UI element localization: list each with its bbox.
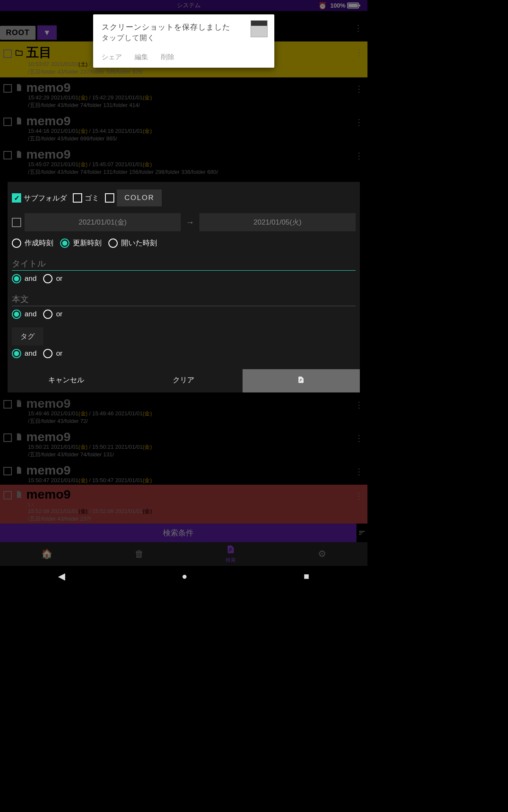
item-menu[interactable]: ⋮ bbox=[355, 47, 363, 58]
created-radio[interactable] bbox=[12, 239, 21, 248]
item-path: /五目/folder 43/folder 237/folder 586/fold… bbox=[3, 68, 367, 77]
root-button[interactable]: ROOT bbox=[0, 26, 36, 40]
body-and-radio[interactable] bbox=[12, 310, 21, 319]
item-title: 五目 bbox=[26, 44, 52, 61]
created-label: 作成時刻 bbox=[25, 238, 53, 248]
item-times: 15:42:29 2021/01/01(金) / 15:42:29 2021/0… bbox=[3, 94, 367, 102]
title-input[interactable] bbox=[12, 255, 356, 271]
alarm-icon: ⏰ bbox=[318, 2, 327, 10]
body-or-radio[interactable] bbox=[43, 310, 52, 319]
toast-sub: タップして開く bbox=[102, 33, 266, 43]
item-times: 15:50:47 2021/01/01(金) / 15:50:47 2021/0… bbox=[3, 477, 367, 484]
item-title: memo9 bbox=[26, 80, 71, 95]
toast-delete[interactable]: 削除 bbox=[161, 53, 174, 62]
list-item[interactable]: memo9 15:50:21 2021/01/01(金) / 15:50:21 … bbox=[0, 427, 367, 461]
cancel-button[interactable]: キャンセル bbox=[8, 369, 125, 392]
item-checkbox[interactable] bbox=[3, 49, 12, 58]
item-menu[interactable]: ⋮ bbox=[355, 400, 363, 410]
updated-radio[interactable] bbox=[60, 239, 69, 248]
list-item[interactable]: memo9 15:50:47 2021/01/01(金) / 15:50:47 … bbox=[0, 461, 367, 485]
item-menu[interactable]: ⋮ bbox=[355, 151, 363, 161]
toast-thumbnail bbox=[251, 20, 268, 37]
trash-label: ゴミ bbox=[85, 193, 99, 203]
date-from[interactable]: 2021/01/01(金) bbox=[25, 213, 181, 231]
item-checkbox[interactable] bbox=[3, 118, 12, 126]
item-times: 15:49:46 2021/01/01(金) / 15:49:46 2021/0… bbox=[3, 410, 367, 417]
body-or-label: or bbox=[56, 310, 62, 318]
clear-button[interactable]: クリア bbox=[125, 369, 242, 392]
nav-trash[interactable]: 🗑 bbox=[135, 549, 144, 560]
item-menu[interactable]: ⋮ bbox=[355, 491, 363, 501]
tag-and-label: and bbox=[25, 349, 36, 358]
updated-label: 更新時刻 bbox=[73, 238, 102, 248]
item-checkbox[interactable] bbox=[3, 491, 12, 499]
list-item[interactable]: memo9 15:42:29 2021/01/01(金) / 15:42:29 … bbox=[0, 78, 367, 111]
search-conditions-bar[interactable]: 検索条件 bbox=[0, 524, 356, 542]
item-menu[interactable]: ⋮ bbox=[355, 117, 363, 127]
file-icon bbox=[14, 150, 24, 159]
search-button[interactable] bbox=[243, 369, 360, 392]
item-times: 15:52:08 2021/01/01(金) / 15:52:08 2021/0… bbox=[3, 508, 367, 515]
title-and-label: and bbox=[25, 274, 36, 283]
subfolder-checkbox[interactable]: ✓ bbox=[12, 193, 21, 203]
file-icon bbox=[14, 490, 24, 499]
tag-or-label: or bbox=[56, 349, 62, 358]
title-or-radio[interactable] bbox=[43, 274, 52, 283]
item-title: memo9 bbox=[26, 396, 71, 411]
item-times: 15:45:07 2021/01/01(金) / 15:45:07 2021/0… bbox=[3, 161, 367, 168]
system-nav: ◀ ● ■ bbox=[0, 566, 367, 587]
item-checkbox[interactable] bbox=[3, 84, 12, 93]
tag-and-radio[interactable] bbox=[12, 349, 21, 358]
item-title: memo9 bbox=[26, 487, 71, 502]
folder-icon bbox=[14, 48, 24, 58]
status-bar: システム ⏰ 100% bbox=[0, 0, 367, 11]
color-enable-checkbox[interactable] bbox=[105, 193, 114, 203]
arrow-icon: → bbox=[184, 217, 196, 227]
item-title: memo9 bbox=[26, 147, 71, 162]
color-button[interactable]: COLOR bbox=[117, 189, 162, 206]
nav-search[interactable]: 検索 bbox=[226, 545, 236, 564]
toast-share[interactable]: シェア bbox=[102, 53, 122, 62]
item-checkbox[interactable] bbox=[3, 151, 12, 159]
bottom-nav: 🏠 🗑 検索 ⚙ bbox=[0, 542, 367, 566]
file-icon bbox=[14, 116, 24, 126]
tag-or-radio[interactable] bbox=[43, 349, 52, 358]
title-and-radio[interactable] bbox=[12, 274, 21, 283]
trash-icon: 🗑 bbox=[135, 549, 144, 560]
nav-settings[interactable]: ⚙ bbox=[318, 549, 326, 560]
battery-percent: 100% bbox=[330, 2, 345, 9]
root-dropdown[interactable]: ▼ bbox=[37, 25, 57, 40]
opened-radio[interactable] bbox=[108, 239, 118, 248]
trash-checkbox[interactable] bbox=[73, 193, 82, 203]
list-item[interactable]: memo9 い15:52:08 2021/01/01(金) / 15:52:08… bbox=[0, 485, 367, 525]
item-title: memo9 bbox=[26, 463, 71, 477]
sort-button[interactable] bbox=[356, 524, 367, 542]
nav-home[interactable]: 🏠 bbox=[41, 549, 52, 560]
toast-edit[interactable]: 編集 bbox=[135, 53, 148, 62]
item-checkbox[interactable] bbox=[3, 400, 12, 409]
date-enable-checkbox[interactable] bbox=[12, 218, 21, 227]
date-to[interactable]: 2021/01/05(火) bbox=[199, 213, 356, 231]
gear-icon: ⚙ bbox=[318, 549, 326, 560]
screenshot-toast[interactable]: スクリーンショットを保存しました タップして開く シェア 編集 削除 bbox=[93, 14, 274, 68]
item-menu[interactable]: ⋮ bbox=[355, 466, 363, 477]
item-checkbox[interactable] bbox=[3, 467, 12, 475]
item-path: /五目/folder 43/folder 74/folder 131/folde… bbox=[3, 168, 367, 178]
list-item[interactable]: memo9 15:44:16 2021/01/01(金) / 15:44:16 … bbox=[0, 111, 367, 145]
search-dialog: ✓ サブフォルダ ゴミ COLOR 2021/01/01(金) → 2021/0… bbox=[8, 182, 360, 392]
item-title: memo9 bbox=[26, 114, 71, 128]
list-item[interactable]: memo9 15:45:07 2021/01/01(金) / 15:45:07 … bbox=[0, 145, 367, 178]
tag-button[interactable]: タグ bbox=[12, 327, 43, 346]
overflow-menu[interactable]: ⋮ bbox=[354, 23, 362, 33]
back-button[interactable]: ◀ bbox=[58, 571, 65, 582]
home-button[interactable]: ● bbox=[182, 571, 187, 582]
item-menu[interactable]: ⋮ bbox=[355, 433, 363, 443]
item-path: /五目/folder 43/folder 72/ bbox=[3, 417, 367, 427]
body-input[interactable] bbox=[12, 291, 356, 306]
item-menu[interactable]: ⋮ bbox=[355, 84, 363, 94]
item-checkbox[interactable] bbox=[3, 433, 12, 442]
list-item[interactable]: memo9 15:49:46 2021/01/01(金) / 15:49:46 … bbox=[0, 394, 367, 427]
battery-icon bbox=[347, 3, 359, 8]
recents-button[interactable]: ■ bbox=[304, 571, 309, 582]
item-path: /五目/folder 43/folder 237/ bbox=[3, 515, 367, 524]
